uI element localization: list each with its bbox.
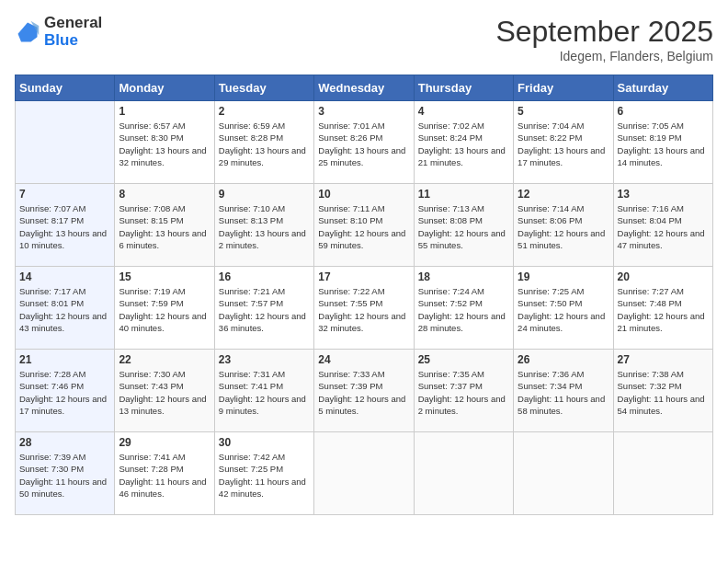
day-number: 25 bbox=[418, 353, 509, 366]
day-number: 23 bbox=[219, 353, 310, 366]
day-info: Sunrise: 7:19 AMSunset: 7:59 PMDaylight:… bbox=[119, 285, 210, 334]
calendar-day-cell: 17Sunrise: 7:22 AMSunset: 7:55 PMDayligh… bbox=[314, 267, 414, 350]
calendar-day-cell: 1Sunrise: 6:57 AMSunset: 8:30 PMDaylight… bbox=[115, 101, 214, 184]
calendar-day-cell: 2Sunrise: 6:59 AMSunset: 8:28 PMDaylight… bbox=[214, 101, 313, 184]
calendar-week-row: 7Sunrise: 7:07 AMSunset: 8:17 PMDaylight… bbox=[16, 184, 713, 267]
title-area: September 2025 Idegem, Flanders, Belgium bbox=[495, 15, 713, 63]
calendar-day-cell: 10Sunrise: 7:11 AMSunset: 8:10 PMDayligh… bbox=[314, 184, 414, 267]
day-info: Sunrise: 7:36 AMSunset: 7:34 PMDaylight:… bbox=[518, 368, 609, 417]
day-info: Sunrise: 6:57 AMSunset: 8:30 PMDaylight:… bbox=[119, 120, 210, 168]
weekday-header: Friday bbox=[514, 75, 613, 101]
calendar-day-cell: 16Sunrise: 7:21 AMSunset: 7:57 PMDayligh… bbox=[214, 267, 313, 350]
calendar-day-cell: 23Sunrise: 7:31 AMSunset: 7:41 PMDayligh… bbox=[214, 350, 313, 432]
calendar-day-cell: 5Sunrise: 7:04 AMSunset: 8:22 PMDaylight… bbox=[514, 101, 613, 184]
day-info: Sunrise: 7:28 AMSunset: 7:46 PMDaylight:… bbox=[19, 368, 110, 417]
day-number: 19 bbox=[518, 270, 609, 283]
calendar-header: SundayMondayTuesdayWednesdayThursdayFrid… bbox=[16, 75, 713, 101]
day-info: Sunrise: 7:04 AMSunset: 8:22 PMDaylight:… bbox=[518, 120, 609, 168]
day-number: 12 bbox=[518, 188, 609, 201]
day-info: Sunrise: 7:31 AMSunset: 7:41 PMDaylight:… bbox=[219, 368, 310, 417]
calendar-day-cell: 21Sunrise: 7:28 AMSunset: 7:46 PMDayligh… bbox=[16, 350, 115, 432]
day-number: 4 bbox=[418, 105, 509, 118]
day-number: 14 bbox=[19, 270, 110, 283]
day-info: Sunrise: 7:41 AMSunset: 7:28 PMDaylight:… bbox=[119, 451, 210, 500]
day-number: 2 bbox=[219, 105, 310, 118]
day-info: Sunrise: 7:27 AMSunset: 7:48 PMDaylight:… bbox=[618, 285, 709, 334]
day-number: 3 bbox=[318, 105, 409, 118]
calendar-day-cell: 29Sunrise: 7:41 AMSunset: 7:28 PMDayligh… bbox=[115, 432, 214, 515]
day-info: Sunrise: 7:14 AMSunset: 8:06 PMDaylight:… bbox=[518, 202, 609, 251]
day-info: Sunrise: 7:07 AMSunset: 8:17 PMDaylight:… bbox=[19, 202, 110, 251]
day-number: 17 bbox=[318, 270, 409, 283]
calendar-day-cell: 9Sunrise: 7:10 AMSunset: 8:13 PMDaylight… bbox=[214, 184, 313, 267]
day-info: Sunrise: 7:25 AMSunset: 7:50 PMDaylight:… bbox=[518, 285, 609, 334]
day-info: Sunrise: 7:08 AMSunset: 8:15 PMDaylight:… bbox=[119, 202, 210, 251]
calendar-week-row: 14Sunrise: 7:17 AMSunset: 8:01 PMDayligh… bbox=[16, 267, 713, 350]
day-number: 21 bbox=[19, 353, 110, 366]
calendar-week-row: 21Sunrise: 7:28 AMSunset: 7:46 PMDayligh… bbox=[16, 350, 713, 432]
weekday-header: Tuesday bbox=[214, 75, 313, 101]
day-number: 20 bbox=[618, 270, 709, 283]
logo-icon bbox=[15, 19, 40, 45]
calendar-day-cell: 27Sunrise: 7:38 AMSunset: 7:32 PMDayligh… bbox=[613, 350, 712, 432]
calendar-day-cell: 30Sunrise: 7:42 AMSunset: 7:25 PMDayligh… bbox=[214, 432, 313, 515]
day-info: Sunrise: 7:33 AMSunset: 7:39 PMDaylight:… bbox=[318, 368, 409, 417]
day-info: Sunrise: 7:02 AMSunset: 8:24 PMDaylight:… bbox=[418, 120, 509, 168]
day-number: 27 bbox=[618, 353, 709, 366]
calendar-day-cell: 12Sunrise: 7:14 AMSunset: 8:06 PMDayligh… bbox=[514, 184, 613, 267]
calendar-day-cell: 28Sunrise: 7:39 AMSunset: 7:30 PMDayligh… bbox=[16, 432, 115, 515]
logo: General Blue bbox=[15, 15, 102, 49]
day-number: 28 bbox=[19, 436, 110, 449]
day-info: Sunrise: 7:17 AMSunset: 8:01 PMDaylight:… bbox=[19, 285, 110, 334]
month-year: September 2025 bbox=[495, 15, 713, 49]
day-info: Sunrise: 7:16 AMSunset: 8:04 PMDaylight:… bbox=[618, 202, 709, 251]
day-number: 5 bbox=[518, 105, 609, 118]
calendar-day-cell: 14Sunrise: 7:17 AMSunset: 8:01 PMDayligh… bbox=[16, 267, 115, 350]
day-info: Sunrise: 7:11 AMSunset: 8:10 PMDaylight:… bbox=[318, 202, 409, 251]
calendar-table: SundayMondayTuesdayWednesdayThursdayFrid… bbox=[15, 75, 713, 515]
logo-general-text: General bbox=[44, 15, 102, 32]
calendar-week-row: 28Sunrise: 7:39 AMSunset: 7:30 PMDayligh… bbox=[16, 432, 713, 515]
calendar-day-cell bbox=[314, 432, 414, 515]
calendar-week-row: 1Sunrise: 6:57 AMSunset: 8:30 PMDaylight… bbox=[16, 101, 713, 184]
calendar-day-cell: 11Sunrise: 7:13 AMSunset: 8:08 PMDayligh… bbox=[414, 184, 513, 267]
day-number: 16 bbox=[219, 270, 310, 283]
calendar-day-cell bbox=[414, 432, 513, 515]
weekday-row: SundayMondayTuesdayWednesdayThursdayFrid… bbox=[16, 75, 713, 101]
calendar-day-cell bbox=[16, 101, 115, 184]
day-number: 7 bbox=[19, 188, 110, 201]
day-number: 1 bbox=[119, 105, 210, 118]
calendar-day-cell: 4Sunrise: 7:02 AMSunset: 8:24 PMDaylight… bbox=[414, 101, 513, 184]
location: Idegem, Flanders, Belgium bbox=[495, 49, 713, 63]
day-number: 24 bbox=[318, 353, 409, 366]
calendar-day-cell bbox=[613, 432, 712, 515]
day-info: Sunrise: 7:13 AMSunset: 8:08 PMDaylight:… bbox=[418, 202, 509, 251]
calendar-day-cell: 7Sunrise: 7:07 AMSunset: 8:17 PMDaylight… bbox=[16, 184, 115, 267]
calendar-body: 1Sunrise: 6:57 AMSunset: 8:30 PMDaylight… bbox=[16, 101, 713, 515]
day-info: Sunrise: 7:38 AMSunset: 7:32 PMDaylight:… bbox=[618, 368, 709, 417]
day-info: Sunrise: 7:39 AMSunset: 7:30 PMDaylight:… bbox=[19, 451, 110, 500]
logo-blue-text: Blue bbox=[44, 32, 102, 50]
weekday-header: Sunday bbox=[16, 75, 115, 101]
day-info: Sunrise: 7:35 AMSunset: 7:37 PMDaylight:… bbox=[418, 368, 509, 417]
calendar-day-cell: 20Sunrise: 7:27 AMSunset: 7:48 PMDayligh… bbox=[613, 267, 712, 350]
day-number: 6 bbox=[618, 105, 709, 118]
calendar-day-cell: 25Sunrise: 7:35 AMSunset: 7:37 PMDayligh… bbox=[414, 350, 513, 432]
day-number: 18 bbox=[418, 270, 509, 283]
day-number: 30 bbox=[219, 436, 310, 449]
calendar-day-cell: 18Sunrise: 7:24 AMSunset: 7:52 PMDayligh… bbox=[414, 267, 513, 350]
calendar-day-cell: 8Sunrise: 7:08 AMSunset: 8:15 PMDaylight… bbox=[115, 184, 214, 267]
day-info: Sunrise: 7:01 AMSunset: 8:26 PMDaylight:… bbox=[318, 120, 409, 168]
weekday-header: Monday bbox=[115, 75, 214, 101]
calendar-day-cell: 3Sunrise: 7:01 AMSunset: 8:26 PMDaylight… bbox=[314, 101, 414, 184]
day-number: 11 bbox=[418, 188, 509, 201]
day-info: Sunrise: 7:22 AMSunset: 7:55 PMDaylight:… bbox=[318, 285, 409, 334]
day-number: 15 bbox=[119, 270, 210, 283]
day-info: Sunrise: 7:05 AMSunset: 8:19 PMDaylight:… bbox=[618, 120, 709, 168]
day-info: Sunrise: 7:30 AMSunset: 7:43 PMDaylight:… bbox=[119, 368, 210, 417]
day-info: Sunrise: 7:24 AMSunset: 7:52 PMDaylight:… bbox=[418, 285, 509, 334]
weekday-header: Wednesday bbox=[314, 75, 414, 101]
weekday-header: Saturday bbox=[613, 75, 712, 101]
day-number: 26 bbox=[518, 353, 609, 366]
day-number: 13 bbox=[618, 188, 709, 201]
